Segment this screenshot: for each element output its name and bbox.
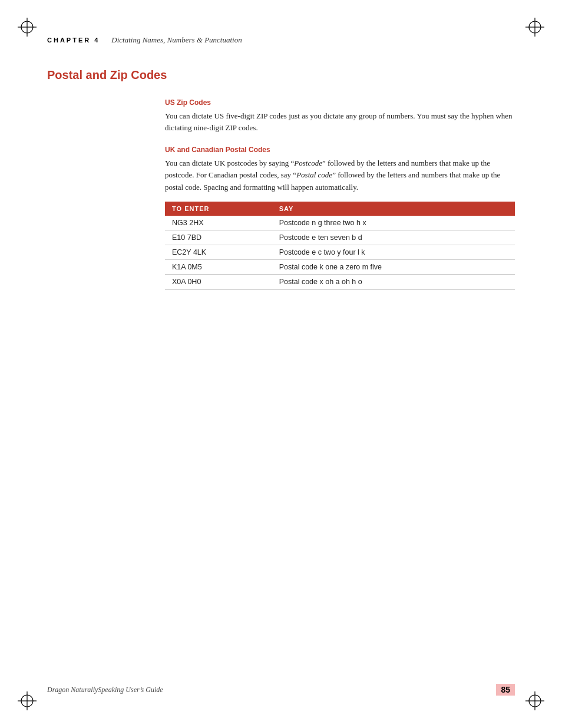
- page: CHAPTER 4 Dictating Names, Numbers & Pun…: [0, 0, 562, 728]
- us-zip-body: You can dictate US five-digit ZIP codes …: [165, 110, 515, 134]
- table-cell-enter: X0A 0H0: [165, 274, 272, 289]
- table-col-enter: TO ENTER: [165, 202, 272, 216]
- table-col-say: SAY: [272, 202, 515, 216]
- postal-codes-table: TO ENTER SAY NG3 2HXPostcode n g three t…: [165, 202, 515, 289]
- subsection-us-zip: US Zip Codes You can dictate US five-dig…: [165, 98, 515, 134]
- corner-mark-bl: [16, 690, 38, 711]
- corner-mark-tr: [524, 17, 546, 38]
- content-area: US Zip Codes You can dictate US five-dig…: [165, 98, 515, 289]
- chapter-subtitle: Dictating Names, Numbers & Punctuation: [111, 35, 242, 45]
- subsection-uk-canadian: UK and Canadian Postal Codes You can dic…: [165, 146, 515, 193]
- section-title: Postal and Zip Codes: [47, 68, 515, 82]
- table-row: NG3 2HXPostcode n g three two h x: [165, 216, 515, 230]
- subsection-heading-uk-canadian: UK and Canadian Postal Codes: [165, 146, 515, 154]
- table-cell-say: Postcode e c two y four l k: [272, 245, 515, 259]
- subsection-heading-us-zip: US Zip Codes: [165, 98, 515, 107]
- table-row: K1A 0M5Postal code k one a zero m five: [165, 259, 515, 274]
- table-row: EC2Y 4LKPostcode e c two y four l k: [165, 245, 515, 259]
- chapter-label: CHAPTER 4: [47, 37, 100, 44]
- corner-mark-tl: [16, 17, 38, 38]
- table-cell-enter: NG3 2HX: [165, 216, 272, 230]
- corner-mark-br: [524, 690, 546, 711]
- table-header-row: TO ENTER SAY: [165, 202, 515, 216]
- table-cell-enter: K1A 0M5: [165, 259, 272, 274]
- uk-canadian-body: You can dictate UK postcodes by saying “…: [165, 157, 515, 193]
- table-cell-say: Postcode n g three two h x: [272, 216, 515, 230]
- table-row: E10 7BDPostcode e ten seven b d: [165, 230, 515, 245]
- page-number: 85: [496, 684, 515, 696]
- table-cell-say: Postal code x oh a oh h o: [272, 274, 515, 289]
- table-row: X0A 0H0Postal code x oh a oh h o: [165, 274, 515, 289]
- table-cell-enter: EC2Y 4LK: [165, 245, 272, 259]
- footer-text: Dragon NaturallySpeaking User’s Guide: [47, 686, 163, 694]
- page-footer: Dragon NaturallySpeaking User’s Guide 85: [47, 684, 515, 696]
- table-cell-say: Postal code k one a zero m five: [272, 259, 515, 274]
- page-header: CHAPTER 4 Dictating Names, Numbers & Pun…: [47, 35, 515, 45]
- table-cell-enter: E10 7BD: [165, 230, 272, 245]
- table-cell-say: Postcode e ten seven b d: [272, 230, 515, 245]
